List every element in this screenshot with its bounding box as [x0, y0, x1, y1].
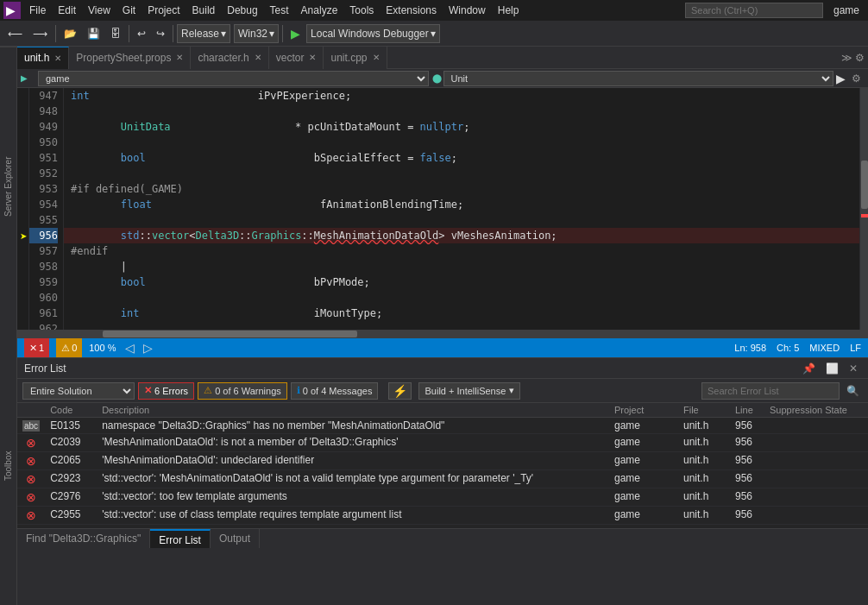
- toolbar-undo-btn[interactable]: ↩: [133, 25, 150, 42]
- menu-analyze[interactable]: Analyze: [296, 3, 343, 18]
- scope-dropdown[interactable]: Entire Solution: [22, 382, 135, 400]
- error-search-input[interactable]: [701, 382, 840, 400]
- status-warnings[interactable]: ⚠ 0: [56, 338, 82, 357]
- row-project: game: [609, 507, 678, 525]
- menu-view[interactable]: View: [83, 3, 116, 18]
- vertical-scrollbar[interactable]: [859, 88, 868, 330]
- tab-propertysheet[interactable]: PropertySheet.props ✕: [69, 47, 191, 69]
- panel-close-btn[interactable]: ✕: [846, 362, 861, 375]
- tab-character-label: character.h: [198, 52, 248, 64]
- table-row[interactable]: ⊗ C2923 'std::vector': 'MeshAnimationDat…: [17, 470, 868, 488]
- col-project[interactable]: Project: [609, 403, 678, 418]
- tab-propertysheet-close[interactable]: ✕: [176, 53, 183, 62]
- toolbar-redo-btn[interactable]: ↪: [152, 25, 169, 42]
- status-error-count: 1: [39, 343, 44, 353]
- row-line: 956: [730, 418, 764, 434]
- search-btn[interactable]: 🔍: [843, 385, 863, 397]
- error-x-icon: ✕: [29, 343, 37, 354]
- menu-debug[interactable]: Debug: [222, 3, 262, 18]
- side-label-server-explorer[interactable]: Server Explorer: [0, 47, 16, 326]
- tab-unit-cpp[interactable]: unit.cpp ✕: [324, 47, 387, 69]
- bottom-tab-output[interactable]: Output: [211, 529, 260, 548]
- error-table[interactable]: Code Description Project File Line Suppr…: [17, 403, 868, 528]
- configuration-label: Release: [181, 28, 219, 40]
- table-row[interactable]: abc E0135 namespace "Delta3D::Graphics" …: [17, 418, 868, 434]
- menu-help[interactable]: Help: [493, 3, 525, 18]
- nav-forward-btn[interactable]: ▶: [833, 72, 848, 85]
- menu-tools[interactable]: Tools: [344, 3, 379, 18]
- error-badge-icon: ✕: [144, 385, 152, 396]
- row-file: unit.h: [678, 488, 730, 507]
- tab-character-h[interactable]: character.h ✕: [191, 47, 268, 69]
- row-project: game: [609, 434, 678, 452]
- nav-member-dropdown[interactable]: Unit: [443, 71, 834, 86]
- side-label-toolbox[interactable]: Toolbox: [0, 326, 16, 605]
- col-line[interactable]: Line: [730, 403, 764, 418]
- status-errors[interactable]: ✕ 1: [24, 338, 49, 357]
- build-filter-dropdown[interactable]: Build + IntelliSense ▾: [418, 382, 520, 400]
- tabs-scroll[interactable]: ≫: [838, 52, 852, 64]
- arrow-marker-line: ➤: [17, 228, 28, 243]
- col-code[interactable]: Code: [45, 403, 97, 418]
- messages-badge[interactable]: ℹ 0 of 4 Messages: [291, 382, 379, 400]
- menu-search-input[interactable]: [685, 3, 823, 18]
- toolbar-back-btn[interactable]: ⟵: [3, 25, 27, 42]
- menu-edit[interactable]: Edit: [53, 3, 81, 18]
- nav-settings-icon[interactable]: ⚙: [848, 72, 865, 85]
- table-row[interactable]: ⊗ C2955 'std::vector': use of class temp…: [17, 507, 868, 525]
- menu-window[interactable]: Window: [443, 3, 491, 18]
- col-suppression[interactable]: Suppression State: [764, 403, 868, 418]
- nav-next-error-btn[interactable]: ▷: [141, 341, 155, 355]
- panel-float-btn[interactable]: ⬜: [822, 362, 842, 375]
- ln-956: 956: [29, 228, 58, 243]
- warnings-badge[interactable]: ⚠ 0 of 6 Warnings: [198, 382, 287, 400]
- menu-build[interactable]: Build: [187, 3, 221, 18]
- horizontal-scrollbar[interactable]: [17, 330, 868, 338]
- warn-badge-icon: ⚠: [204, 385, 212, 396]
- configuration-dropdown[interactable]: Release ▾: [177, 24, 230, 43]
- table-row[interactable]: ⊗ C2039 'MeshAnimationDataOld': is not a…: [17, 434, 868, 452]
- platform-dropdown[interactable]: Win32 ▾: [234, 24, 279, 43]
- filter-icon-btn[interactable]: ⚡: [388, 382, 412, 400]
- tab-vector-close[interactable]: ✕: [309, 53, 316, 62]
- errors-badge[interactable]: ✕ 6 Errors: [138, 382, 194, 400]
- col-file[interactable]: File: [678, 403, 730, 418]
- menu-project[interactable]: Project: [142, 3, 185, 18]
- row-description: 'std::vector': use of class template req…: [97, 507, 609, 525]
- bottom-tab-error-list[interactable]: Error List: [150, 529, 211, 548]
- menu-file[interactable]: File: [24, 3, 51, 18]
- toolbar-forward-btn[interactable]: ⟶: [28, 25, 52, 42]
- table-row[interactable]: ⊗ C2065 'MeshAnimationDataOld': undeclar…: [17, 452, 868, 470]
- tab-vector[interactable]: vector ✕: [269, 47, 324, 69]
- nav-scope-dropdown[interactable]: game: [38, 71, 429, 86]
- bottom-tab-find[interactable]: Find "Delta3D::Graphics": [17, 529, 150, 548]
- tab-unit-h-close[interactable]: ✕: [54, 54, 61, 63]
- menu-test[interactable]: Test: [265, 3, 294, 18]
- nav-prev-error-btn[interactable]: ◁: [123, 341, 137, 355]
- row-project: game: [609, 488, 678, 507]
- toolbar-save-btn[interactable]: 💾: [83, 25, 104, 42]
- menu-extensions[interactable]: Extensions: [381, 3, 442, 18]
- status-bar: ✕ 1 ⚠ 0 100 % ◁ ▷ Ln: 958 Ch: 5 MIXED LF: [17, 338, 868, 357]
- tabs-settings-icon[interactable]: ⚙: [852, 52, 868, 64]
- menu-git[interactable]: Git: [117, 3, 141, 18]
- tab-character-close[interactable]: ✕: [255, 53, 261, 62]
- col-description[interactable]: Description: [97, 403, 609, 418]
- code-editor[interactable]: ➤ 947 948 949 950 951 952 953 954: [17, 88, 868, 330]
- table-row[interactable]: ⊗ C2976 'std::vector': too few template …: [17, 488, 868, 507]
- row-icon: abc: [17, 418, 45, 434]
- code-line-958: |: [64, 259, 859, 274]
- toolbar-save-all-btn[interactable]: 🗄: [106, 25, 125, 42]
- panel-pin-btn[interactable]: 📌: [799, 362, 819, 375]
- code-line-953: #if defined(_GAME): [64, 181, 859, 197]
- panel-title-bar: Error List 📌 ⬜ ✕: [17, 358, 868, 379]
- filter-icon: ⚡: [393, 384, 407, 398]
- gutter-line: [17, 243, 28, 259]
- toolbar-open-btn[interactable]: 📂: [60, 25, 81, 42]
- debugger-arrow-icon: ▾: [431, 28, 436, 40]
- start-debug-btn[interactable]: ▶: [286, 24, 305, 43]
- tab-unit-cpp-close[interactable]: ✕: [373, 53, 380, 62]
- tab-unit-h[interactable]: unit.h ✕: [17, 47, 69, 69]
- debugger-dropdown[interactable]: Local Windows Debugger ▾: [306, 24, 440, 43]
- code-content[interactable]: int iPvPExperience; UnitData * pcUnitDat…: [64, 88, 859, 330]
